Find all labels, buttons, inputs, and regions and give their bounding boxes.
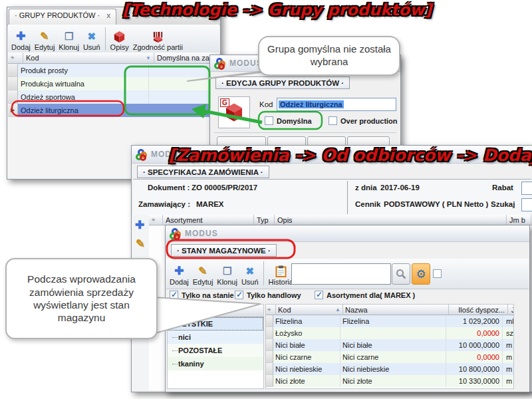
zamawiajacy-label: Zamawiający : <box>138 200 190 208</box>
section-label-order: · SPECYFIKACJA ZAMÓWIENIA · <box>137 166 269 178</box>
copy-icon: ❐ <box>65 30 73 43</box>
stock-row[interactable]: Nici białe Nici białe 10 000,0000 m <box>266 339 513 351</box>
tree-item-wszystkie[interactable]: WSZYSTKIE <box>168 317 263 331</box>
column-header-kod[interactable]: Kod▲ <box>276 305 343 315</box>
stock-titlebar: MODUS <box>166 225 529 242</box>
overproduction-checkbox-row[interactable]: Over production <box>329 116 398 125</box>
edytuj-button[interactable]: ✎ Edytuj <box>191 264 215 287</box>
rabat-input[interactable] <box>521 182 532 195</box>
checkbox[interactable] <box>235 291 243 299</box>
magnifier-icon <box>396 269 406 279</box>
plus-icon: ✚ <box>174 265 184 278</box>
tab-close-icon[interactable]: x <box>106 11 110 19</box>
table-row[interactable]: Produkcja wirtualna <box>8 77 219 90</box>
domyslna-checkbox-row[interactable]: Domyślna <box>265 116 312 125</box>
selector-header[interactable]: ✳ <box>8 53 23 64</box>
button-label: Usuń <box>83 43 100 51</box>
stock-row[interactable]: Łożysko 0,0000 szt <box>266 327 513 339</box>
row-selector[interactable] <box>8 77 18 90</box>
usun-button[interactable]: ✖ Usuń <box>81 29 102 52</box>
tree-item-tkaniny[interactable]: tkaniny <box>168 357 263 370</box>
filter-tylko-handlowy[interactable]: Tylko handlowy <box>235 291 301 299</box>
column-header-kod[interactable]: Kod ▼ <box>23 53 154 64</box>
checkbox[interactable] <box>170 291 178 299</box>
zdnia-value: 2017-06-19 <box>380 184 420 192</box>
checkbox-label: Over production <box>340 117 398 125</box>
stock-row[interactable]: Nici niebieskie Nici niebieskie 10 800,0… <box>266 363 513 375</box>
column-header-jm[interactable]: Jm <box>508 305 514 315</box>
modus-logo-icon <box>214 58 225 69</box>
button-label: Edytuj <box>193 278 213 286</box>
search-option-checkbox[interactable] <box>433 269 442 278</box>
selector-header: ✳ <box>266 305 276 315</box>
annotation-breadcrumb-zamowienia: [Zamówienia -> Od odbiorców -> Dodaj] <box>168 146 532 165</box>
table-row-selected[interactable]: ▶ Odzież liturgiczna <box>8 104 219 117</box>
tab-label: · GRUPY PRODUKTÓW · <box>15 11 100 19</box>
column-header-asortyment[interactable]: Asortyment <box>163 215 254 225</box>
modus-logo-icon <box>170 228 181 239</box>
filter-asortyment-dla[interactable]: Asortyment dla( MAREX ) <box>315 291 415 299</box>
red-cube-icon <box>113 30 126 43</box>
button-label: Dodaj <box>11 43 31 51</box>
domyslna-checkbox[interactable] <box>265 116 273 125</box>
callout-text: Grupa gomyślna nie została wybrana <box>259 43 399 68</box>
checkbox-label: Asortyment dla( MAREX ) <box>327 291 415 299</box>
search-settings-button[interactable]: ⚙ <box>412 263 430 285</box>
row-selector-current[interactable]: ▶ <box>8 104 18 117</box>
stock-row[interactable]: Flizelina Flizelina 1 029,2000 mb <box>266 315 513 327</box>
dokument-label: Dokument : <box>148 184 190 192</box>
tab-grupy-produktow[interactable]: · GRUPY PRODUKTÓW · x <box>9 9 116 25</box>
column-header-opis[interactable]: Opis <box>275 215 507 225</box>
copy-icon: ❐ <box>223 265 231 278</box>
szukaj-label: Szukaj <box>491 200 515 208</box>
usun-button[interactable]: ✖ Usuń <box>239 264 261 287</box>
search-input[interactable] <box>291 263 391 285</box>
column-header-nazwa[interactable]: Nazwa <box>343 305 449 315</box>
edit-row-button[interactable]: ✎ <box>133 236 148 251</box>
tree-item-nici[interactable]: nici <box>168 331 263 344</box>
stock-row[interactable]: Nici czarne Nici czarne 0,0000 m <box>266 351 513 363</box>
group-icon-box: G <box>218 96 250 128</box>
klonuj-button[interactable]: ❐ Klonuj <box>57 29 81 52</box>
kod-input[interactable]: Odzież liturgiczna <box>277 98 396 111</box>
button-label: Opisy <box>110 43 129 51</box>
filter-tylko-na-stanie[interactable]: Tylko na stanie <box>170 291 234 299</box>
tree-item-pozostale[interactable]: POZOSTAŁE <box>168 344 263 357</box>
checkbox-label: Tylko na stanie <box>182 291 234 299</box>
column-header-typ[interactable]: Typ <box>254 215 275 225</box>
szukaj-input[interactable] <box>521 198 532 211</box>
toolbar-separator <box>263 261 264 285</box>
edytuj-button[interactable]: ✎ Edytuj <box>33 29 57 52</box>
checkbox-label: Domyślna <box>277 117 312 125</box>
button-label: Dodaj <box>170 278 189 286</box>
opisy-button[interactable]: Opisy <box>108 29 131 52</box>
rabat-label: Rabat <box>492 184 513 192</box>
table-row[interactable]: Odzież sportowa <box>8 90 219 104</box>
overproduction-checkbox[interactable] <box>329 116 337 125</box>
row-selector[interactable] <box>8 90 18 104</box>
stock-row[interactable]: Nici złote Nici złote 10 330,0000 m <box>266 375 513 387</box>
stock-table-header: ✳ Kod▲ Nazwa Ilość dyspoz... Jm <box>266 305 513 315</box>
cennik-value: PODSTAWOWY ( PLN Netto ) <box>384 200 488 208</box>
toolbar-separator <box>105 27 106 51</box>
pencil-icon: ✎ <box>198 265 207 278</box>
checkbox-label: Tylko handlowy <box>247 291 301 299</box>
cell-kod: Odzież sportowa <box>18 90 149 104</box>
dodaj-button[interactable]: ✚ Dodaj <box>9 29 33 52</box>
add-row-button[interactable]: ✚ <box>132 217 147 232</box>
button-label: Historia <box>269 278 293 286</box>
row-selector[interactable] <box>8 64 18 77</box>
dodaj-button[interactable]: ✚ Dodaj <box>168 264 191 287</box>
batch-barcode-icon <box>152 30 164 43</box>
column-header-jm[interactable]: Jm b <box>507 215 531 225</box>
zgodnosc-partii-button[interactable]: Zgodność partii <box>131 29 185 52</box>
cell-kod: Produkt prosty <box>18 64 149 77</box>
asterisk-icon: ✳ <box>267 307 271 313</box>
modus-logo-icon <box>136 149 147 160</box>
column-header-ilosc[interactable]: Ilość dyspoz... <box>449 305 508 315</box>
table-row[interactable]: Produkt prosty <box>8 64 219 77</box>
search-button[interactable] <box>392 263 410 285</box>
window-title: MODUS <box>185 229 218 238</box>
klonuj-button[interactable]: ❐ Klonuj <box>215 264 239 287</box>
checkbox[interactable] <box>315 291 323 299</box>
